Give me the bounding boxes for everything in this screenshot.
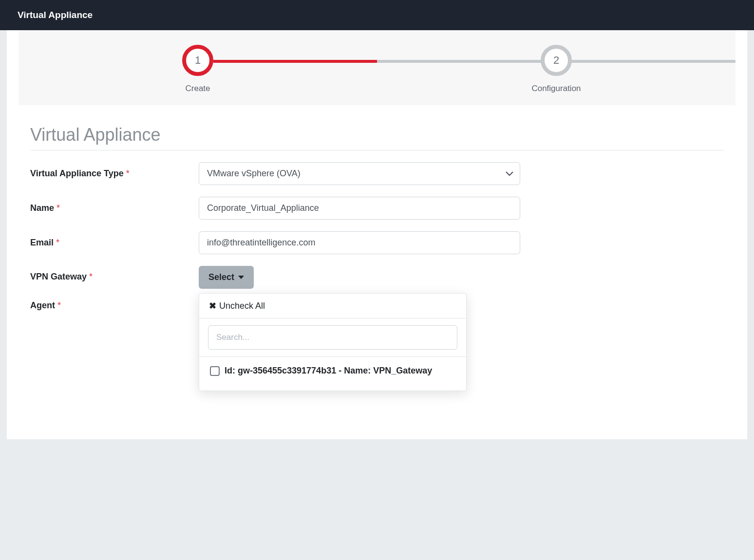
row-vpn-gateway: VPN Gateway * Select ✖ Uncheck All: [30, 266, 724, 289]
wizard-step-number: 2: [541, 45, 572, 76]
dropdown-search-input[interactable]: [208, 325, 457, 350]
vpn-gateway-dropdown: ✖ Uncheck All Id: gw-356455c3391774b31 -…: [199, 293, 467, 391]
label-appliance-type: Virtual Appliance Type *: [30, 168, 199, 179]
label-name: Name *: [30, 203, 199, 213]
row-name: Name *: [30, 197, 724, 220]
page-header: Virtual Appliance: [0, 0, 754, 30]
select-appliance-type[interactable]: VMware vSphere (OVA): [199, 162, 520, 185]
wizard-progress-active: [213, 60, 377, 63]
wizard-step-label: Configuration: [377, 84, 735, 93]
label-vpn-gateway: VPN Gateway *: [30, 266, 199, 282]
page-body: 1 Create 2 Configuration Virtual Applian…: [7, 30, 747, 439]
page-header-title: Virtual Appliance: [18, 10, 93, 20]
row-appliance-type: Virtual Appliance Type * VMware vSphere …: [30, 162, 724, 185]
wizard-step-create[interactable]: 1 Create: [19, 45, 377, 93]
wizard-step-configuration[interactable]: 2 Configuration: [377, 45, 735, 93]
checkbox-icon[interactable]: [210, 366, 220, 376]
section-title: Virtual Appliance: [30, 125, 724, 150]
wizard-step-label: Create: [19, 84, 377, 93]
label-agent: Agent *: [30, 300, 199, 311]
uncheck-all-button[interactable]: ✖ Uncheck All: [199, 294, 466, 318]
form-content: Virtual Appliance Virtual Appliance Type…: [7, 105, 747, 311]
label-email: Email *: [30, 238, 199, 248]
wizard-step-number: 1: [182, 45, 213, 76]
select-vpn-gateway-button[interactable]: Select: [199, 266, 254, 289]
input-email[interactable]: [199, 231, 520, 254]
row-email: Email *: [30, 231, 724, 254]
wizard-stepper: 1 Create 2 Configuration: [19, 30, 735, 105]
input-name[interactable]: [199, 197, 520, 220]
dropdown-option[interactable]: Id: gw-356455c3391774b31 - Name: VPN_Gat…: [199, 357, 466, 391]
close-icon: ✖: [209, 300, 216, 311]
caret-down-icon: [238, 276, 244, 279]
